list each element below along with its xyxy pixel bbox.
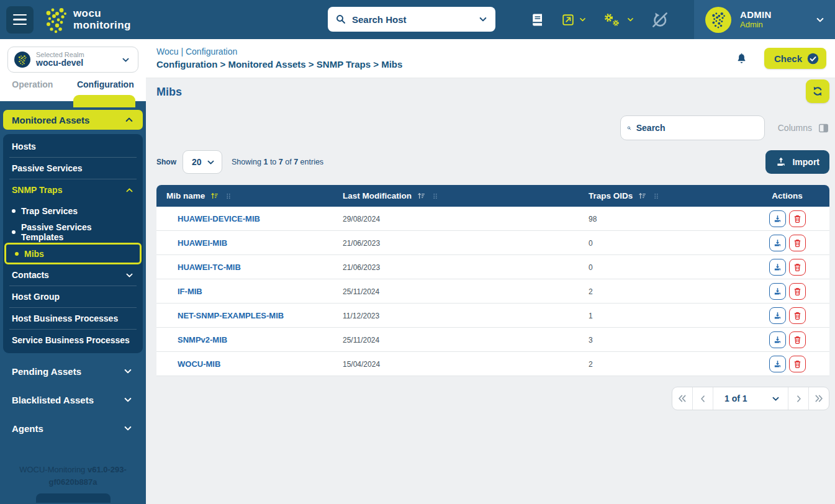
mib-name-link[interactable]: HUAWEI-DEVICE-MIB bbox=[178, 214, 260, 223]
chevron-down-icon bbox=[626, 16, 634, 24]
bullet-icon bbox=[12, 209, 16, 213]
download-icon bbox=[773, 263, 782, 272]
sidebar-item-passive-services[interactable]: Passive Services bbox=[3, 158, 143, 179]
delete-mib-button[interactable] bbox=[789, 283, 806, 300]
monitored-assets-panel: Hosts Passive Services SNMP Traps Trap S… bbox=[3, 134, 143, 353]
chevron-down-icon bbox=[121, 55, 130, 65]
table-row: NET-SNMP-EXAMPLES-MIB 11/12/2023 1 bbox=[156, 304, 829, 328]
sort-icon[interactable] bbox=[638, 191, 647, 200]
last-page-button[interactable] bbox=[808, 387, 829, 410]
page-size-select[interactable]: 20 bbox=[183, 150, 222, 174]
delete-mib-button[interactable] bbox=[789, 307, 806, 324]
sidebar-item-service-business-processes[interactable]: Service Business Processes bbox=[3, 330, 143, 351]
sort-icon[interactable] bbox=[210, 191, 219, 200]
column-header-mib-name[interactable]: Mib name bbox=[156, 191, 343, 200]
drag-handle-icon[interactable] bbox=[224, 192, 233, 200]
pagination-row: 1 of 1 bbox=[156, 387, 829, 410]
mibs-table: Mib name Last Modification Traps OIDs bbox=[156, 185, 829, 376]
drag-handle-icon[interactable] bbox=[652, 192, 661, 200]
trash-icon bbox=[793, 214, 802, 223]
notifications-bell-icon[interactable] bbox=[735, 52, 748, 65]
sidebar-item-contacts[interactable]: Contacts bbox=[3, 264, 143, 286]
download-mib-button[interactable] bbox=[769, 259, 786, 276]
breadcrumb-path[interactable]: Configuration > Monitored Assets > SNMP … bbox=[156, 58, 402, 71]
mib-name-link[interactable]: SNMPv2-MIB bbox=[178, 335, 227, 344]
traps-oids-cell: 2 bbox=[589, 287, 593, 296]
table-row: HUAWEI-TC-MIB 21/06/2023 0 bbox=[156, 255, 829, 279]
delete-mib-button[interactable] bbox=[789, 210, 806, 227]
sidebar-top: Selected Realm wocu-devel Operation Conf… bbox=[0, 39, 146, 101]
download-mib-button[interactable] bbox=[769, 235, 786, 251]
first-page-button[interactable] bbox=[672, 387, 693, 410]
search-input[interactable] bbox=[636, 123, 758, 133]
download-mib-button[interactable] bbox=[769, 210, 786, 227]
delete-mib-button[interactable] bbox=[789, 235, 806, 251]
table-header: Mib name Last Modification Traps OIDs bbox=[156, 185, 829, 207]
sidebar-item-agents[interactable]: Agents bbox=[3, 418, 143, 439]
mib-name-link[interactable]: NET-SNMP-EXAMPLES-MIB bbox=[178, 311, 284, 320]
sidebar-item-host-group[interactable]: Host Group bbox=[3, 286, 143, 307]
sidebar-item-monitored-assets[interactable]: Monitored Assets bbox=[3, 110, 143, 130]
breadcrumb-app[interactable]: Wocu | Configuration bbox=[156, 45, 402, 58]
delete-mib-button[interactable] bbox=[789, 356, 806, 372]
page-select[interactable]: 1 of 1 bbox=[713, 387, 788, 410]
sidebar-item-host-business-processes[interactable]: Host Business Processes bbox=[3, 308, 143, 329]
download-mib-button[interactable] bbox=[769, 307, 786, 324]
sidebar-item-hosts[interactable]: Hosts bbox=[3, 136, 143, 157]
download-icon bbox=[773, 335, 782, 344]
show-label: Show bbox=[156, 158, 176, 166]
traps-oids-cell: 3 bbox=[589, 336, 593, 344]
sidebar-item-trap-services[interactable]: Trap Services bbox=[3, 200, 143, 222]
external-tools-menu[interactable] bbox=[561, 13, 587, 27]
auto-refresh-toggle[interactable] bbox=[651, 11, 669, 29]
user-info: ADMIN Admin bbox=[740, 9, 806, 29]
tab-operation[interactable]: Operation bbox=[12, 79, 53, 89]
download-icon bbox=[773, 238, 782, 248]
download-mib-button[interactable] bbox=[769, 283, 786, 300]
mib-name-link[interactable]: WOCU-MIB bbox=[178, 359, 220, 369]
traps-oids-cell: 98 bbox=[589, 215, 597, 223]
wocu-app: wocu monitoring Search Host bbox=[0, 0, 835, 504]
import-button[interactable]: Import bbox=[765, 150, 829, 174]
download-mib-button[interactable] bbox=[769, 356, 786, 372]
previous-page-button[interactable] bbox=[693, 387, 713, 410]
user-menu[interactable]: ADMIN Admin bbox=[694, 0, 835, 39]
product-name: WOCU-Monitoring bbox=[19, 465, 88, 474]
download-mib-button[interactable] bbox=[769, 331, 786, 348]
sidebar-item-passive-services-templates[interactable]: Passive Services Templates bbox=[3, 222, 143, 243]
mib-name-link[interactable]: HUAWEI-MIB bbox=[178, 238, 227, 248]
sidebar-item-pending-assets[interactable]: Pending Assets bbox=[3, 361, 143, 382]
wocu-logo-text: wocu monitoring bbox=[73, 8, 131, 31]
delete-mib-button[interactable] bbox=[789, 331, 806, 348]
delete-mib-button[interactable] bbox=[789, 259, 806, 276]
docs-button[interactable] bbox=[530, 12, 545, 27]
settings-menu[interactable] bbox=[603, 12, 634, 28]
drag-handle-icon[interactable] bbox=[431, 192, 440, 200]
hamburger-menu-button[interactable] bbox=[6, 6, 34, 34]
check-button[interactable]: Check bbox=[764, 48, 826, 69]
refresh-button[interactable] bbox=[806, 79, 829, 103]
sidebar-item-snmp-traps[interactable]: SNMP Traps bbox=[3, 179, 143, 200]
traps-oids-cell: 0 bbox=[589, 239, 593, 248]
column-header-traps-oids[interactable]: Traps OIDs bbox=[589, 191, 745, 200]
next-page-button[interactable] bbox=[788, 387, 808, 410]
column-header-actions: Actions bbox=[745, 191, 829, 200]
host-search-combobox[interactable]: Search Host bbox=[328, 7, 495, 32]
mib-name-link[interactable]: IF-MIB bbox=[178, 287, 202, 296]
download-icon bbox=[773, 311, 782, 320]
realm-info: Selected Realm wocu-devel bbox=[36, 52, 115, 68]
tab-configuration[interactable]: Configuration bbox=[77, 79, 134, 89]
sidebar-item-blacklisted-assets[interactable]: Blacklisted Assets bbox=[3, 389, 143, 410]
chevron-up-icon bbox=[125, 186, 134, 195]
sort-icon[interactable] bbox=[417, 191, 426, 200]
realm-selector[interactable]: Selected Realm wocu-devel bbox=[7, 47, 138, 73]
bullet-icon bbox=[12, 230, 16, 234]
column-header-last-modification[interactable]: Last Modification bbox=[343, 191, 589, 200]
page-title: Mibs bbox=[156, 86, 182, 99]
mib-name-link[interactable]: HUAWEI-TC-MIB bbox=[178, 263, 241, 272]
sidebar-item-mibs[interactable]: Mibs bbox=[6, 245, 140, 263]
trash-icon bbox=[793, 263, 802, 272]
columns-toggle[interactable]: Columns bbox=[778, 122, 829, 134]
chevron-down-icon bbox=[478, 14, 488, 24]
content: Mibs Columns Show bbox=[146, 78, 835, 504]
